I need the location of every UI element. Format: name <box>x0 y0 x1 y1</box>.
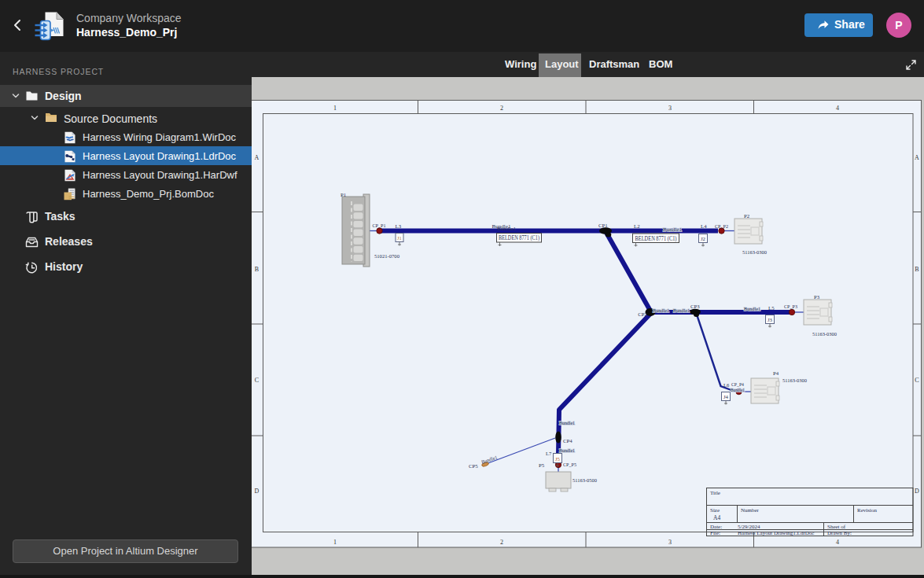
svg-text:A: A <box>915 154 919 161</box>
svg-text:J4: J4 <box>723 394 729 399</box>
svg-text:1: 1 <box>333 539 337 546</box>
svg-text:51021-0700: 51021-0700 <box>374 253 399 259</box>
svg-text:D: D <box>915 488 919 495</box>
svg-text:L2: L2 <box>634 223 640 229</box>
svg-text:CP5: CP5 <box>469 463 478 469</box>
svg-text:CP1: CP1 <box>598 223 608 228</box>
svg-text:CP2: CP2 <box>638 311 647 317</box>
svg-text:B: B <box>915 266 918 273</box>
svg-text:L5: L5 <box>768 305 775 311</box>
svg-text:Date:: Date: <box>710 524 722 530</box>
svg-text:51163-0500: 51163-0500 <box>572 477 597 483</box>
svg-text:Bundle1: Bundle1 <box>663 226 682 232</box>
svg-text:BELDEN 8771 (C1): BELDEN 8771 (C1) <box>635 235 677 242</box>
svg-text:Drawn By:: Drawn By: <box>827 530 852 536</box>
svg-text:L6: L6 <box>723 382 730 388</box>
svg-text:CP_P3: CP_P3 <box>784 304 798 309</box>
svg-text:J2: J2 <box>701 236 706 241</box>
svg-text:P3: P3 <box>814 294 820 300</box>
svg-text:A: A <box>255 154 260 161</box>
svg-text:Bundle1: Bundle1 <box>731 387 745 392</box>
svg-text:1: 1 <box>333 105 337 112</box>
svg-text:3: 3 <box>668 539 672 546</box>
svg-text:Bundle1: Bundle1 <box>497 226 516 231</box>
svg-text:4: 4 <box>836 105 839 112</box>
svg-text:J3: J3 <box>768 317 773 322</box>
svg-text:File:: File: <box>710 530 720 536</box>
svg-text:P4: P4 <box>773 370 779 376</box>
svg-text:BELDEN 8771 (C1): BELDEN 8771 (C1) <box>499 234 539 241</box>
svg-text:Bundle1: Bundle1 <box>559 447 575 453</box>
svg-text:A4: A4 <box>713 514 720 521</box>
svg-text:Harness Layout Drawing1.LdrDoc: Harness Layout Drawing1.LdrDoc <box>738 530 814 536</box>
svg-text:51163-0300: 51163-0300 <box>782 377 807 383</box>
svg-text:Size: Size <box>710 507 720 514</box>
svg-text:CP4: CP4 <box>563 438 572 444</box>
svg-text:P1: P1 <box>341 192 346 197</box>
svg-text:CP_P5: CP_P5 <box>563 462 577 467</box>
svg-text:L4: L4 <box>701 223 707 229</box>
svg-text:D: D <box>255 488 260 495</box>
svg-text:C: C <box>915 377 918 384</box>
svg-text:Title: Title <box>710 490 720 496</box>
svg-text:Revision: Revision <box>857 507 877 514</box>
svg-text:Sheet of: Sheet of <box>827 524 846 530</box>
svg-text:2: 2 <box>500 539 503 546</box>
svg-text:L7: L7 <box>546 451 552 456</box>
svg-text:CP_P2: CP_P2 <box>715 223 729 229</box>
svg-text:3: 3 <box>668 105 672 112</box>
svg-text:Bundle1: Bundle1 <box>744 306 760 311</box>
svg-text:CP_P4: CP_P4 <box>731 381 745 387</box>
svg-text:4: 4 <box>836 539 839 546</box>
svg-text:Bundle1: Bundle1 <box>673 307 690 313</box>
svg-text:5/29/2024: 5/29/2024 <box>738 524 760 530</box>
svg-text:CP_P1: CP_P1 <box>373 223 386 228</box>
svg-text:J5: J5 <box>555 456 561 462</box>
svg-text:51163-0300: 51163-0300 <box>812 331 837 337</box>
svg-text:51163-0300: 51163-0300 <box>742 249 767 255</box>
svg-text:Bundle1: Bundle1 <box>559 420 575 425</box>
svg-text:P5: P5 <box>539 462 545 468</box>
svg-text:CP3: CP3 <box>690 304 700 309</box>
svg-text:Bundle1: Bundle1 <box>653 307 669 313</box>
svg-text:C: C <box>255 377 259 384</box>
svg-text:J1: J1 <box>397 235 402 241</box>
svg-text:P2: P2 <box>744 213 750 219</box>
svg-text:L3: L3 <box>396 223 402 229</box>
svg-text:B: B <box>255 266 259 273</box>
svg-text:Number: Number <box>741 507 760 514</box>
svg-text:2: 2 <box>500 105 503 112</box>
